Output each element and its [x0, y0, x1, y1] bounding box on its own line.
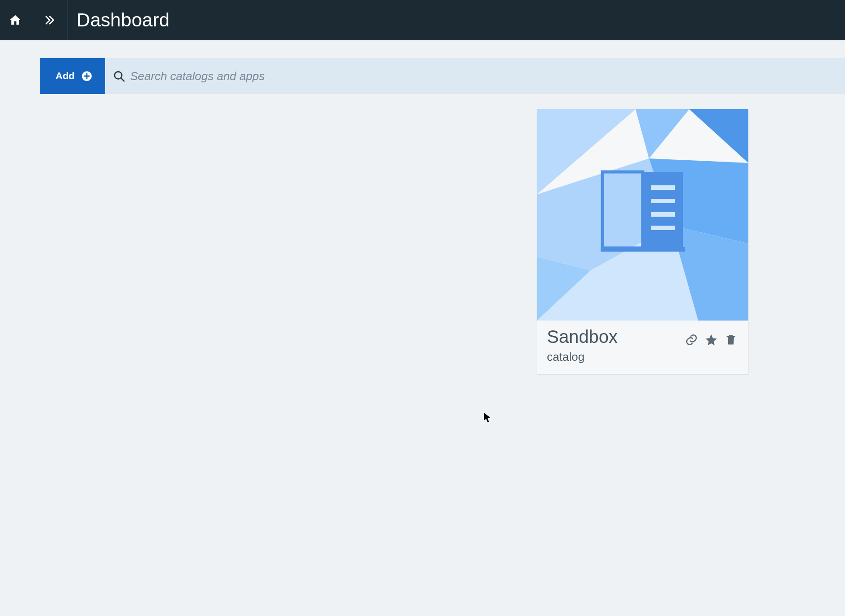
svg-marker-5 — [689, 109, 748, 163]
search-wrap — [105, 58, 845, 94]
chevron-double-right-icon[interactable] — [40, 11, 58, 29]
top-bar: Dashboard — [0, 0, 845, 40]
catalog-card[interactable]: Sandbox catalog — [537, 109, 748, 374]
home-icon[interactable] — [6, 11, 24, 29]
add-button[interactable]: Add — [40, 58, 105, 94]
page-title: Dashboard — [77, 9, 170, 31]
card-actions — [684, 332, 738, 347]
trash-icon[interactable] — [723, 332, 738, 347]
card-meta: Sandbox catalog — [537, 321, 748, 374]
link-icon[interactable] — [684, 332, 699, 347]
search-input[interactable] — [130, 69, 838, 83]
svg-rect-17 — [601, 247, 685, 252]
top-bar-left — [0, 0, 68, 40]
search-icon — [112, 69, 126, 83]
content: Add — [0, 40, 845, 616]
toolbar: Add — [40, 58, 845, 94]
svg-point-1 — [115, 72, 122, 79]
svg-rect-12 — [643, 172, 683, 248]
card-grid: Sandbox catalog — [40, 94, 845, 616]
mouse-cursor-icon — [483, 412, 491, 424]
svg-marker-4 — [636, 109, 689, 158]
plus-circle-icon — [81, 70, 93, 82]
card-subtitle: catalog — [547, 350, 679, 364]
card-thumbnail — [537, 109, 748, 321]
star-icon[interactable] — [704, 332, 719, 347]
svg-line-2 — [121, 78, 124, 81]
card-title: Sandbox — [547, 327, 679, 346]
add-button-label: Add — [55, 70, 75, 82]
